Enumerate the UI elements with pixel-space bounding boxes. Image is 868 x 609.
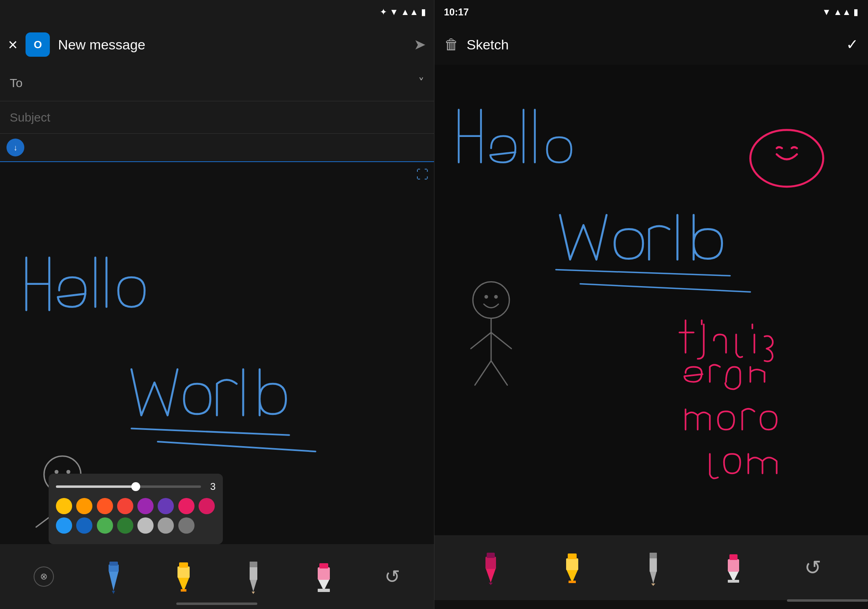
drawing-tools-row: ⊗ — [0, 544, 434, 609]
color-light-gray[interactable] — [137, 517, 154, 534]
color-grid — [56, 498, 216, 534]
bottom-bar-indicator-left — [176, 603, 257, 605]
confirm-button[interactable]: ✓ — [846, 36, 858, 53]
color-red[interactable] — [117, 498, 133, 514]
expand-sketch-button[interactable]: ⛶ — [416, 168, 428, 182]
size-slider-track[interactable] — [56, 485, 201, 488]
svg-point-2 — [67, 470, 69, 473]
header-left: × O New message ➤ — [0, 24, 434, 65]
size-slider-row: 3 — [56, 481, 216, 492]
color-deep-purple[interactable] — [158, 498, 174, 514]
slider-value: 3 — [206, 481, 216, 492]
undo-tool-right[interactable]: ↺ — [804, 556, 821, 579]
svg-point-21 — [485, 296, 487, 298]
color-dark-blue[interactable] — [76, 517, 92, 534]
svg-marker-6 — [112, 591, 115, 594]
svg-rect-26 — [487, 553, 495, 558]
svg-marker-28 — [566, 569, 578, 583]
svg-rect-33 — [650, 558, 657, 572]
time-display: 10:17 — [444, 6, 469, 18]
highlighter-tool-yellow[interactable] — [173, 558, 194, 595]
svg-marker-12 — [250, 579, 257, 592]
page-title-right: Sketch — [467, 37, 838, 53]
status-icons-left: ✦ ▼ ▲▲ ▮ — [380, 7, 425, 17]
pencil-tool-right[interactable] — [644, 549, 663, 586]
subject-label: Subject — [10, 111, 50, 124]
color-dark-green[interactable] — [117, 517, 133, 534]
undo-tool[interactable]: ↺ — [385, 566, 400, 588]
wifi-icon-right: ▼ — [822, 7, 831, 17]
signal-icon: ▲▲ — [401, 7, 419, 17]
color-deep-pink[interactable] — [199, 498, 215, 514]
highlighter-tool-yellow-right[interactable] — [561, 549, 583, 586]
battery-icon: ▮ — [421, 7, 426, 17]
sketch-canvas-right[interactable] — [434, 65, 868, 535]
close-button[interactable]: × — [8, 36, 17, 54]
color-gray[interactable] — [158, 517, 174, 534]
eraser-tool-right[interactable] — [723, 549, 744, 586]
svg-rect-18 — [319, 563, 328, 568]
signal-icon-right: ▲▲ — [833, 7, 851, 17]
subject-row[interactable]: Subject — [0, 101, 434, 134]
sketch-drawing-right — [434, 65, 868, 535]
undo-right-icon: ↺ — [804, 556, 821, 579]
svg-rect-29 — [566, 558, 578, 570]
svg-rect-13 — [250, 566, 257, 580]
delete-button[interactable]: 🗑 — [444, 36, 459, 53]
bluetooth-icon: ✦ — [380, 7, 387, 17]
formatting-toolbar: ↓ — [0, 134, 434, 162]
svg-marker-27 — [489, 583, 493, 585]
pencil-icon — [244, 558, 263, 595]
yellow-highlighter-right-icon — [561, 549, 583, 586]
clear-icon[interactable]: ⊗ — [34, 566, 54, 587]
color-green[interactable] — [97, 517, 113, 534]
slider-fill — [56, 485, 136, 488]
svg-rect-38 — [729, 554, 738, 560]
svg-marker-3 — [109, 571, 119, 591]
pencil-tool[interactable] — [244, 558, 263, 595]
attachment-button[interactable]: ↓ — [6, 139, 24, 156]
svg-rect-17 — [318, 567, 330, 580]
svg-point-1 — [55, 470, 58, 473]
left-panel: ✦ ▼ ▲▲ ▮ × O New message ➤ To ˅ Subject … — [0, 0, 434, 609]
color-purple[interactable] — [137, 498, 154, 514]
slider-thumb[interactable] — [131, 482, 140, 491]
eraser-icon — [314, 558, 334, 595]
clear-tool[interactable]: ⊗ — [34, 566, 54, 587]
svg-rect-14 — [250, 562, 257, 567]
color-orange[interactable] — [97, 498, 113, 514]
color-amber[interactable] — [76, 498, 92, 514]
pencil-right-icon — [644, 549, 663, 586]
bottom-bar-indicator-right — [787, 599, 868, 602]
wifi-icon: ▼ — [389, 7, 398, 17]
blue-pen-icon — [105, 558, 123, 595]
svg-rect-34 — [650, 553, 657, 558]
color-picker-popup: 3 — [49, 474, 223, 544]
undo-icon: ↺ — [385, 566, 400, 588]
to-row[interactable]: To ˅ — [0, 65, 434, 101]
status-bar-right: 10:17 ▼ ▲▲ ▮ — [434, 0, 868, 24]
pen-tool-blue[interactable] — [105, 558, 123, 595]
outlook-letter: O — [34, 38, 42, 51]
expand-to-icon[interactable]: ˅ — [418, 76, 424, 90]
color-yellow[interactable] — [56, 498, 72, 514]
send-button[interactable]: ➤ — [414, 36, 426, 53]
eraser-tool[interactable] — [314, 558, 334, 595]
color-blue[interactable] — [56, 517, 72, 534]
pink-pen-icon — [481, 549, 501, 586]
page-title-left: New message — [58, 37, 405, 53]
svg-point-20 — [472, 282, 509, 318]
svg-rect-37 — [728, 559, 739, 572]
color-dark-gray[interactable] — [178, 517, 195, 534]
to-label: To — [10, 76, 23, 90]
download-icon: ↓ — [13, 143, 17, 152]
status-icons-right: ▼ ▲▲ ▮ — [822, 7, 858, 17]
svg-rect-5 — [109, 562, 118, 566]
svg-point-22 — [494, 296, 497, 298]
svg-rect-9 — [179, 562, 188, 568]
color-pink[interactable] — [178, 498, 195, 514]
pen-tool-pink-right[interactable] — [481, 549, 501, 586]
svg-marker-15 — [252, 592, 255, 594]
yellow-highlighter-icon — [173, 558, 194, 595]
svg-marker-35 — [651, 583, 655, 586]
